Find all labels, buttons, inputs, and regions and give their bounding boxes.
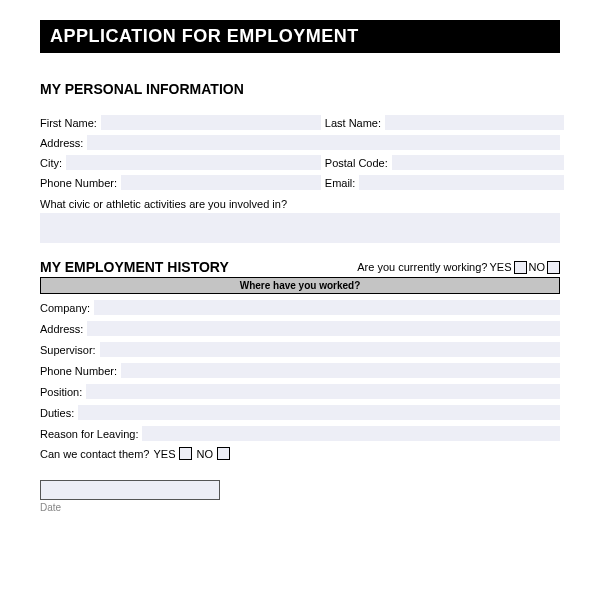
duties-input[interactable] bbox=[78, 405, 560, 420]
activities-input[interactable] bbox=[40, 213, 560, 243]
history-phone-label: Phone Number: bbox=[40, 365, 117, 377]
contact-yes-checkbox[interactable] bbox=[179, 447, 192, 460]
city-input[interactable] bbox=[66, 155, 321, 170]
address-input[interactable] bbox=[87, 135, 560, 150]
city-label: City: bbox=[40, 157, 62, 169]
history-address-input[interactable] bbox=[87, 321, 560, 336]
phone-email-row: Phone Number: Email: bbox=[40, 175, 560, 190]
date-label: Date bbox=[40, 502, 560, 513]
email-label: Email: bbox=[325, 177, 356, 189]
contact-no-label: NO bbox=[196, 448, 213, 460]
contact-label: Can we contact them? bbox=[40, 448, 149, 460]
reason-input[interactable] bbox=[142, 426, 560, 441]
reason-label: Reason for Leaving: bbox=[40, 428, 138, 440]
currently-working-label: Are you currently working? bbox=[357, 261, 487, 273]
activities-label: What civic or athletic activities are yo… bbox=[40, 198, 287, 210]
yes-label: YES bbox=[489, 261, 511, 273]
city-postal-row: City: Postal Code: bbox=[40, 155, 560, 170]
last-name-input[interactable] bbox=[385, 115, 564, 130]
date-input[interactable] bbox=[40, 480, 220, 500]
duties-label: Duties: bbox=[40, 407, 74, 419]
page-title: APPLICATION FOR EMPLOYMENT bbox=[40, 20, 560, 53]
phone-input[interactable] bbox=[121, 175, 321, 190]
postal-label: Postal Code: bbox=[325, 157, 388, 169]
position-input[interactable] bbox=[86, 384, 560, 399]
contact-yes-label: YES bbox=[153, 448, 175, 460]
company-input[interactable] bbox=[94, 300, 560, 315]
supervisor-label: Supervisor: bbox=[40, 344, 96, 356]
no-label: NO bbox=[529, 261, 546, 273]
contact-no-checkbox[interactable] bbox=[217, 447, 230, 460]
postal-input[interactable] bbox=[392, 155, 564, 170]
company-label: Company: bbox=[40, 302, 90, 314]
history-address-label: Address: bbox=[40, 323, 83, 335]
address-row: Address: bbox=[40, 135, 560, 150]
name-row: First Name: Last Name: bbox=[40, 115, 560, 130]
first-name-label: First Name: bbox=[40, 117, 97, 129]
supervisor-input[interactable] bbox=[100, 342, 560, 357]
history-phone-input[interactable] bbox=[121, 363, 560, 378]
first-name-input[interactable] bbox=[101, 115, 321, 130]
currently-working-no-checkbox[interactable] bbox=[547, 261, 560, 274]
phone-label: Phone Number: bbox=[40, 177, 117, 189]
history-sub-header: Where have you worked? bbox=[40, 277, 560, 294]
currently-working-yes-checkbox[interactable] bbox=[514, 261, 527, 274]
email-input[interactable] bbox=[359, 175, 564, 190]
personal-section-title: MY PERSONAL INFORMATION bbox=[40, 81, 560, 97]
position-label: Position: bbox=[40, 386, 82, 398]
history-section-title: MY EMPLOYMENT HISTORY bbox=[40, 259, 229, 275]
address-label: Address: bbox=[40, 137, 83, 149]
last-name-label: Last Name: bbox=[325, 117, 381, 129]
